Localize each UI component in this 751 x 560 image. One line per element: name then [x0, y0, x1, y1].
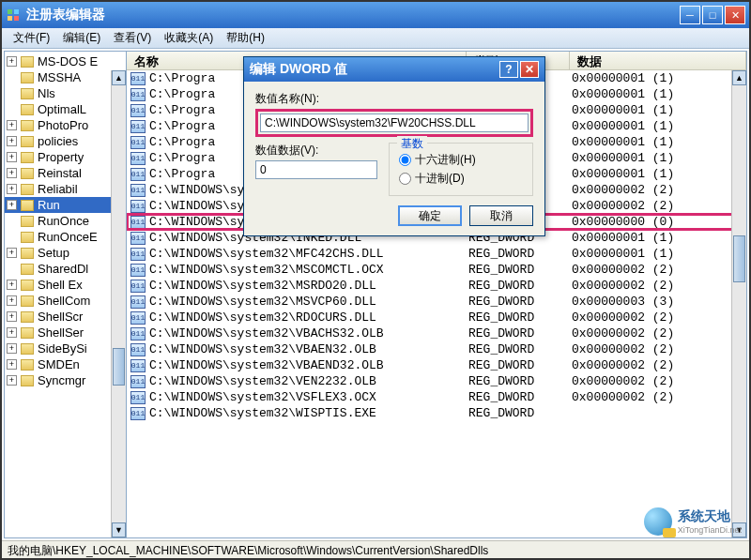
list-scrollbar[interactable]: ▲ ▼ — [731, 70, 746, 537]
tree-item-label: Syncmgr — [38, 373, 85, 387]
expand-icon[interactable]: + — [7, 375, 17, 386]
value-data-input[interactable] — [255, 160, 377, 179]
folder-icon — [21, 120, 34, 131]
menu-edit[interactable]: 编辑(E) — [57, 28, 106, 48]
tree-item[interactable]: RunOnceE — [5, 229, 126, 245]
radio-dec-input[interactable] — [399, 173, 411, 185]
tree-item[interactable]: RunOnce — [5, 213, 126, 229]
tree-item[interactable]: OptimalL — [5, 101, 126, 117]
expand-icon[interactable]: + — [7, 248, 17, 258]
tree-item[interactable]: +Property — [5, 149, 126, 165]
expand-icon[interactable]: + — [7, 343, 17, 354]
menu-view[interactable]: 查看(V) — [108, 28, 157, 48]
dword-icon: 011 — [130, 72, 146, 85]
expand-icon[interactable]: + — [7, 359, 17, 370]
tree-scrollbar[interactable]: ▲ ▼ — [111, 70, 126, 537]
svg-rect-0 — [8, 9, 12, 14]
watermark-text: 系统天地 — [678, 508, 742, 525]
list-row[interactable]: 011C:\WINDOWS\system32\MSCOMCTL.OCXREG_D… — [127, 262, 746, 278]
maximize-button[interactable]: □ — [702, 6, 723, 24]
tree-item[interactable]: +Reinstal — [5, 165, 126, 181]
statusbar: 我的电脑\HKEY_LOCAL_MACHINE\SOFTWARE\Microso… — [2, 540, 749, 559]
list-row[interactable]: 011C:\WINDOWS\system32\MSVCP60.DLLREG_DW… — [127, 294, 746, 310]
cancel-button[interactable]: 取消 — [469, 205, 533, 226]
expand-icon[interactable]: + — [7, 136, 17, 146]
folder-icon — [21, 375, 34, 386]
row-data: 0x00000002 (2) — [572, 263, 746, 277]
expand-icon[interactable]: + — [7, 152, 17, 162]
dword-icon: 011 — [130, 375, 146, 388]
column-data[interactable]: 数据 — [570, 52, 746, 69]
globe-icon — [644, 507, 672, 536]
menu-help[interactable]: 帮助(H) — [221, 28, 270, 48]
row-type: REG_DWORD — [468, 279, 572, 293]
dword-icon: 011 — [130, 280, 146, 293]
close-button[interactable]: ✕ — [725, 6, 745, 24]
menu-file[interactable]: 文件(F) — [8, 28, 55, 48]
tree-item[interactable]: +Setup — [5, 245, 126, 261]
dword-icon: 011 — [130, 407, 146, 420]
expand-icon[interactable]: + — [7, 295, 17, 306]
value-name-input[interactable] — [260, 114, 529, 132]
row-name: C:\WINDOWS\system32\MFC42CHS.DLL — [149, 247, 468, 261]
list-row[interactable]: 011C:\WINDOWS\system32\VSFLEX3.OCXREG_DW… — [127, 389, 746, 405]
tree-item[interactable]: +policies — [5, 133, 126, 149]
row-type: REG_DWORD — [468, 310, 572, 325]
tree-item[interactable]: +SMDEn — [5, 356, 126, 372]
list-row[interactable]: 011C:\WINDOWS\system32\VEN2232.OLBREG_DW… — [127, 373, 746, 389]
tree-item-label: ShellCom — [38, 294, 90, 308]
scroll-thumb[interactable] — [113, 348, 125, 386]
folder-icon — [21, 168, 34, 179]
row-name: C:\WINDOWS\system32\VBAEN32.OLB — [149, 342, 468, 356]
expand-icon[interactable]: + — [7, 327, 17, 338]
list-row[interactable]: 011C:\WINDOWS\system32\RDOCURS.DLLREG_DW… — [127, 310, 746, 325]
tree-item[interactable]: +Reliabil — [5, 181, 126, 197]
ok-button[interactable]: 确定 — [398, 205, 462, 226]
expand-icon[interactable]: + — [7, 200, 17, 210]
list-row[interactable]: 011C:\WINDOWS\system32\MFC42CHS.DLLREG_D… — [127, 246, 746, 262]
tree-item[interactable]: +ShellScr — [5, 309, 126, 325]
expand-icon[interactable]: + — [7, 168, 17, 178]
dword-icon: 011 — [130, 88, 146, 101]
expand-icon[interactable]: + — [7, 280, 17, 290]
app-icon — [6, 8, 21, 23]
expand-icon[interactable]: + — [7, 56, 17, 67]
tree-item-label: RunOnceE — [38, 230, 98, 244]
dialog-close-button[interactable]: ✕ — [520, 61, 539, 78]
radio-hex[interactable]: 十六进制(H) — [399, 152, 523, 168]
scroll-up-icon[interactable]: ▲ — [112, 70, 126, 85]
tree-item[interactable]: +Shell Ex — [5, 277, 126, 293]
expand-icon[interactable]: + — [7, 311, 17, 322]
tree-item[interactable]: Nls — [5, 85, 126, 101]
tree-item[interactable]: +ShellSer — [5, 325, 126, 341]
expand-icon[interactable]: + — [7, 184, 17, 194]
dword-icon: 011 — [130, 327, 146, 341]
list-row[interactable]: 011C:\WINDOWS\system32\MSRDO20.DLLREG_DW… — [127, 278, 746, 294]
tree-item[interactable]: +Syncmgr — [5, 372, 126, 388]
radio-dec[interactable]: 十进制(D) — [399, 171, 523, 187]
list-row[interactable]: 011C:\WINDOWS\system32\VBAEND32.OLBREG_D… — [127, 357, 746, 373]
scroll-up-icon[interactable]: ▲ — [732, 70, 746, 85]
scroll-thumb[interactable] — [733, 235, 745, 282]
scroll-down-icon[interactable]: ▼ — [112, 522, 126, 537]
tree-item[interactable]: +ShellCom — [5, 293, 126, 309]
row-data: 0x00000001 (1) — [572, 151, 746, 165]
radio-hex-input[interactable] — [399, 154, 411, 166]
menu-favorites[interactable]: 收藏夹(A) — [159, 28, 219, 48]
minimize-button[interactable]: ─ — [680, 6, 700, 24]
tree-item[interactable]: +MS-DOS E — [5, 53, 126, 69]
dword-icon: 011 — [130, 104, 146, 117]
dialog-help-button[interactable]: ? — [499, 61, 518, 78]
expand-icon[interactable]: + — [7, 120, 17, 130]
tree-item-label: SharedDl — [38, 262, 88, 276]
tree-item[interactable]: SharedDl — [5, 261, 126, 277]
dword-icon: 011 — [130, 184, 146, 197]
list-row[interactable]: 011C:\WINDOWS\system32\WISPTIS.EXEREG_DW… — [127, 405, 746, 421]
folder-icon — [21, 359, 34, 371]
tree-item[interactable]: +SideBySi — [5, 341, 126, 356]
tree-item[interactable]: MSSHA — [5, 69, 126, 85]
tree-item[interactable]: +Run — [5, 197, 126, 213]
list-row[interactable]: 011C:\WINDOWS\system32\VBACHS32.OLBREG_D… — [127, 325, 746, 341]
tree-item[interactable]: +PhotoPro — [5, 117, 126, 133]
list-row[interactable]: 011C:\WINDOWS\system32\VBAEN32.OLBREG_DW… — [127, 341, 746, 357]
